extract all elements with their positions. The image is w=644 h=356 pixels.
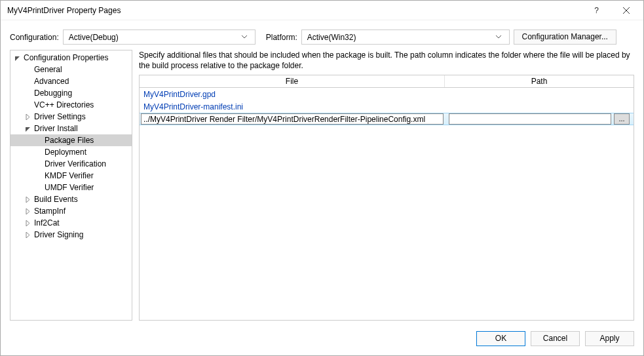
configuration-manager-button[interactable]: Configuration Manager... xyxy=(514,30,616,45)
tree-item[interactable]: Deployment xyxy=(10,146,132,158)
configuration-value: Active(Debug) xyxy=(69,33,242,42)
chevron-closed-icon[interactable] xyxy=(25,232,34,238)
button-bar: OK Cancel Apply xyxy=(1,325,643,355)
cell-path: ... xyxy=(445,113,634,125)
tree-item[interactable]: VC++ Directories xyxy=(10,99,132,111)
close-button[interactable] xyxy=(611,1,641,20)
tree-item-label: Deployment xyxy=(45,148,86,157)
chevron-closed-icon[interactable] xyxy=(25,197,34,203)
chevron-down-icon xyxy=(242,35,252,39)
dialog-body: Configuration PropertiesGeneralAdvancedD… xyxy=(1,50,643,325)
table-row[interactable]: MyV4PrintDriver-manifest.ini xyxy=(140,100,634,113)
tree-item-label: Package Files xyxy=(45,136,94,145)
tree-item-label: VC++ Directories xyxy=(34,100,94,109)
table-row[interactable]: MyV4PrintDriver.gpd xyxy=(140,88,634,100)
browse-button[interactable]: ... xyxy=(614,113,630,125)
cell-file xyxy=(140,113,445,125)
tree-item-label: General xyxy=(34,65,62,74)
cell-file: MyV4PrintDriver.gpd xyxy=(140,90,445,99)
chevron-open-icon[interactable] xyxy=(25,126,34,132)
tree-item-label: StampInf xyxy=(34,207,66,216)
path-edit-input[interactable] xyxy=(449,113,611,125)
help-icon: ? xyxy=(594,6,599,15)
panel-description: Specify additional files that should be … xyxy=(139,50,634,71)
tree-item-label: KMDF Verifier xyxy=(45,171,94,180)
cancel-button[interactable]: Cancel xyxy=(531,331,580,346)
tree-item[interactable]: Inf2Cat xyxy=(10,217,132,229)
configuration-combo[interactable]: Active(Debug) xyxy=(63,30,256,45)
column-header-path[interactable]: Path xyxy=(445,75,634,87)
tree-item[interactable]: General xyxy=(10,64,132,75)
tree-item-label: UMDF Verifier xyxy=(45,183,94,192)
chevron-closed-icon[interactable] xyxy=(25,220,34,226)
close-icon xyxy=(623,7,630,14)
tree-item[interactable]: Driver Verification xyxy=(10,158,132,170)
window-title: MyV4PrintDriver Property Pages xyxy=(7,6,582,15)
tree-item-label: Inf2Cat xyxy=(34,218,60,227)
tree-item[interactable]: Configuration Properties xyxy=(10,52,132,64)
configuration-label: Configuration: xyxy=(10,33,59,42)
tree-item[interactable]: StampInf xyxy=(10,205,132,217)
platform-combo[interactable]: Active(Win32) xyxy=(301,30,510,45)
grid-header: File Path xyxy=(140,75,634,88)
property-pages-dialog: MyV4PrintDriver Property Pages ? Configu… xyxy=(0,0,644,356)
tree-item[interactable]: KMDF Verifier xyxy=(10,170,132,182)
platform-value: Active(Win32) xyxy=(307,33,496,42)
tree-item[interactable]: Driver Signing xyxy=(10,229,132,241)
file-grid: File Path MyV4PrintDriver.gpdMyV4PrintDr… xyxy=(139,75,634,321)
tree-item-label: Build Events xyxy=(34,195,78,204)
chevron-closed-icon[interactable] xyxy=(25,208,34,214)
tree-item-label: Advanced xyxy=(34,77,69,86)
chevron-open-icon[interactable] xyxy=(14,55,24,61)
chevron-closed-icon[interactable] xyxy=(25,114,34,120)
tree-item-label: Driver Install xyxy=(34,124,78,133)
table-row[interactable]: ... xyxy=(140,113,634,125)
tree-item[interactable]: Advanced xyxy=(10,75,132,87)
nav-tree[interactable]: Configuration PropertiesGeneralAdvancedD… xyxy=(10,50,132,321)
chevron-down-icon xyxy=(496,35,506,39)
help-button[interactable]: ? xyxy=(582,1,611,20)
cell-file: MyV4PrintDriver-manifest.ini xyxy=(140,102,445,111)
file-edit-input[interactable] xyxy=(141,113,444,125)
grid-body: MyV4PrintDriver.gpdMyV4PrintDriver-manif… xyxy=(140,88,634,320)
titlebar: MyV4PrintDriver Property Pages ? xyxy=(1,1,643,20)
tree-item-label: Driver Settings xyxy=(34,112,86,121)
tree-item[interactable]: Build Events xyxy=(10,193,132,205)
ok-button[interactable]: OK xyxy=(476,331,525,346)
tree-item[interactable]: UMDF Verifier xyxy=(10,182,132,193)
tree-item-label: Configuration Properties xyxy=(24,53,108,62)
tree-item[interactable]: Driver Install xyxy=(10,123,132,134)
tree-item[interactable]: Package Files xyxy=(10,134,132,146)
tree-item[interactable]: Driver Settings xyxy=(10,111,132,123)
apply-button[interactable]: Apply xyxy=(585,331,634,346)
tree-item-label: Debugging xyxy=(34,89,72,98)
config-bar: Configuration: Active(Debug) Platform: A… xyxy=(1,20,643,50)
platform-label: Platform: xyxy=(266,33,297,42)
column-header-file[interactable]: File xyxy=(140,75,445,87)
tree-item-label: Driver Verification xyxy=(45,159,106,168)
tree-item-label: Driver Signing xyxy=(34,230,83,239)
tree-item[interactable]: Debugging xyxy=(10,87,132,99)
main-panel: Specify additional files that should be … xyxy=(139,50,634,321)
